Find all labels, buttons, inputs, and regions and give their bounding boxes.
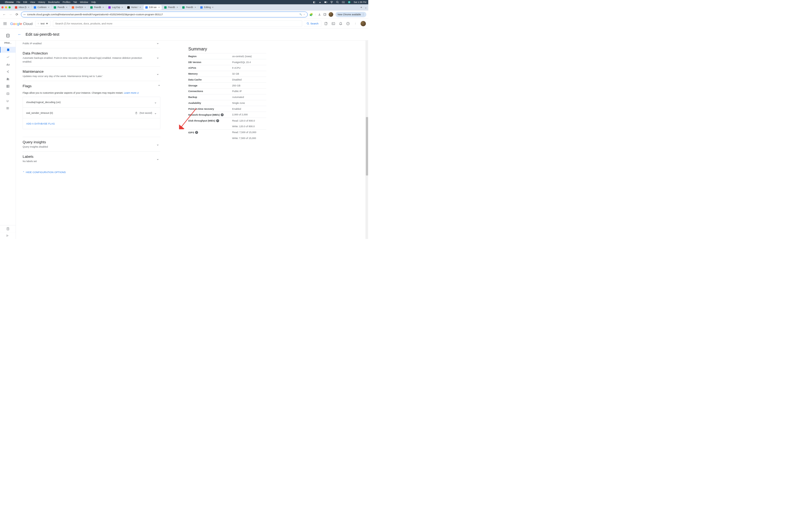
- more-icon[interactable]: ⋮: [353, 21, 357, 26]
- close-tab-icon[interactable]: ✕: [139, 6, 141, 9]
- browser-tab[interactable]: Inbox (5✕: [13, 5, 31, 10]
- spotlight-icon[interactable]: [336, 1, 339, 4]
- bookmark-icon[interactable]: ☆: [303, 13, 305, 16]
- browser-tab[interactable]: Log Exp✕: [106, 5, 125, 10]
- add-flag-button[interactable]: ADD A DATABASE FLAG: [23, 118, 160, 129]
- close-tab-icon[interactable]: ✕: [84, 6, 86, 9]
- nav-menu-icon[interactable]: [2, 21, 8, 26]
- rail-monitoring[interactable]: [4, 54, 11, 60]
- rail-users[interactable]: [4, 76, 11, 82]
- menu-help[interactable]: Help: [91, 1, 96, 3]
- back-button[interactable]: ←: [2, 12, 6, 17]
- downloads-icon[interactable]: [318, 13, 321, 16]
- gcp-search[interactable]: [53, 20, 302, 27]
- rail-query-insights[interactable]: [4, 61, 11, 67]
- control-center-icon[interactable]: [342, 1, 345, 4]
- menu-view[interactable]: View: [30, 1, 35, 3]
- close-tab-icon[interactable]: ✕: [158, 6, 160, 9]
- wifi-icon[interactable]: [330, 1, 333, 4]
- tray-icon[interactable]: ▲: [318, 1, 321, 4]
- close-tab-icon[interactable]: ✕: [121, 6, 123, 9]
- sidepanel-icon[interactable]: [323, 13, 327, 16]
- close-tab-icon[interactable]: ✕: [212, 6, 214, 9]
- rail-operations[interactable]: [4, 105, 11, 111]
- section-networking[interactable]: Public IP enabled ⌄: [23, 42, 160, 48]
- battery-icon[interactable]: [324, 1, 327, 4]
- rail-databases[interactable]: [4, 84, 11, 89]
- extensions-icon[interactable]: 🧩: [309, 13, 313, 16]
- scrollbar-thumb[interactable]: [366, 117, 368, 176]
- help-icon[interactable]: ?: [221, 113, 224, 116]
- rail-overview[interactable]: [0, 47, 16, 53]
- menu-file[interactable]: File: [17, 1, 20, 3]
- help-icon[interactable]: ?: [216, 119, 219, 122]
- menu-bookmarks[interactable]: Bookmarks: [48, 1, 60, 3]
- hide-config-button[interactable]: ⌃ HIDE CONFIGURATION OPTIONS: [23, 171, 160, 174]
- back-arrow[interactable]: ←: [17, 32, 22, 37]
- close-tab-icon[interactable]: ✕: [28, 6, 30, 9]
- svg-point-9: [344, 2, 344, 3]
- profile-avatar[interactable]: [329, 12, 333, 17]
- account-avatar[interactable]: [361, 21, 366, 26]
- address-bar[interactable]: ⊶ console.cloud.google.com/sql/instances…: [21, 12, 308, 17]
- flag-row[interactable]: wal_sender_timeout (0) (Not saved) ⌄: [23, 108, 160, 118]
- chrome-update-button[interactable]: New Chrome available ⋮: [335, 12, 366, 17]
- section-query-insights[interactable]: Query insights Query insights disabled ⌄: [23, 137, 160, 152]
- app-name[interactable]: Chrome: [5, 1, 14, 3]
- project-picker[interactable]: ⁘ test ▼: [35, 21, 50, 27]
- menu-edit[interactable]: Edit: [23, 1, 27, 3]
- close-tab-icon[interactable]: ✕: [194, 6, 196, 9]
- menu-history[interactable]: History: [38, 1, 45, 3]
- section-data-protection[interactable]: Data Protection Automatic backups enable…: [23, 48, 160, 66]
- browser-tab[interactable]: Peerdb✕: [162, 5, 180, 10]
- window-controls[interactable]: [1, 6, 11, 9]
- close-tab-icon[interactable]: ✕: [48, 6, 50, 9]
- svg-rect-32: [332, 22, 335, 25]
- browser-tab[interactable]: Peerdb✕: [180, 5, 198, 10]
- section-labels[interactable]: Labels No labels set ⌄: [23, 152, 160, 166]
- new-tab-button[interactable]: +: [359, 5, 363, 10]
- chevron-up-icon[interactable]: ⌃: [158, 84, 160, 88]
- rail-notes[interactable]: [0, 225, 16, 232]
- browser-tab[interactable]: Editing✕: [199, 5, 216, 10]
- reload-button[interactable]: ⟳: [14, 12, 19, 17]
- browser-tab[interactable]: Peerdb✕: [52, 5, 69, 10]
- browser-tab[interactable]: Conferen✕: [32, 5, 51, 10]
- sql-product-icon[interactable]: [6, 33, 10, 37]
- menu-tab[interactable]: Tab: [73, 1, 77, 3]
- cloud-shell-icon[interactable]: [331, 21, 335, 26]
- tab-overflow-icon[interactable]: ⌄: [365, 6, 367, 9]
- gcp-logo[interactable]: Google Cloud: [10, 21, 32, 26]
- maximize-window[interactable]: [9, 6, 11, 9]
- delete-icon[interactable]: [135, 111, 137, 114]
- help-icon[interactable]: ?: [346, 21, 350, 26]
- flag-row[interactable]: cloudsql.logical_decoding (on) ⌄: [23, 97, 160, 108]
- minimize-window[interactable]: [5, 6, 7, 9]
- close-tab-icon[interactable]: ✕: [176, 6, 178, 9]
- close-window[interactable]: [1, 6, 3, 9]
- clock[interactable]: Sat 1:38 PM: [354, 1, 366, 3]
- browser-tab[interactable]: Home /✕: [126, 5, 143, 10]
- menu-window[interactable]: Window: [80, 1, 88, 3]
- help-icon[interactable]: ?: [195, 131, 198, 134]
- close-tab-icon[interactable]: ✕: [66, 6, 68, 9]
- notifications-icon[interactable]: [338, 21, 343, 26]
- learn-more-link[interactable]: Learn more: [124, 91, 139, 94]
- zoom-icon[interactable]: 🔍: [300, 13, 302, 16]
- rail-backups[interactable]: [4, 91, 11, 96]
- siri-icon[interactable]: [348, 1, 351, 4]
- docs-icon[interactable]: [324, 21, 328, 26]
- browser-tab[interactable]: DAIS24✕: [70, 5, 88, 10]
- search-button[interactable]: Search: [304, 20, 321, 27]
- browser-tab[interactable]: Edit sai-✕: [143, 5, 162, 10]
- tray-icon[interactable]: ◧: [313, 1, 316, 4]
- browser-tab[interactable]: Peerdb✕: [88, 5, 106, 10]
- search-input[interactable]: [53, 22, 302, 25]
- rail-replicas[interactable]: [4, 98, 11, 104]
- section-maintenance[interactable]: Maintenance Updates may occur any day of…: [23, 66, 160, 81]
- site-info-icon[interactable]: ⊶: [23, 13, 26, 16]
- rail-connections[interactable]: [4, 69, 11, 75]
- menu-profiles[interactable]: Profiles: [62, 1, 70, 3]
- close-tab-icon[interactable]: ✕: [102, 6, 104, 9]
- rail-expand[interactable]: [0, 232, 16, 239]
